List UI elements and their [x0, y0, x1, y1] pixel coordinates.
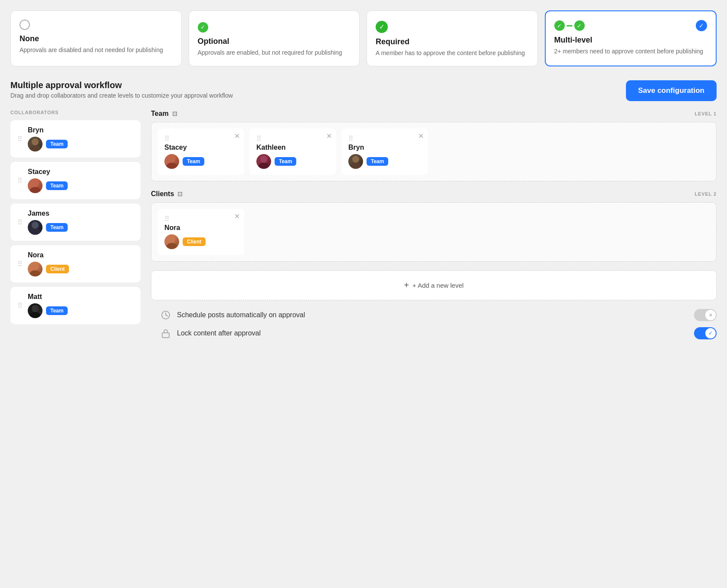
level-2-header: Clients ⊡ LEVEL 2 — [151, 190, 717, 198]
svg-point-17 — [167, 243, 177, 249]
schedule-toggle-knob: ✕ — [705, 310, 716, 320]
multilevel-icon: ✓ ✓ ✓ — [554, 20, 707, 31]
optional-title: Optional — [198, 37, 351, 46]
bottom-toggles: Schedule posts automatically on approval… — [151, 309, 717, 339]
add-new-level-button[interactable]: + + Add a new level — [151, 270, 717, 300]
svg-point-10 — [168, 156, 175, 163]
close-kathleen[interactable]: ✕ — [326, 133, 332, 140]
drag-handle-nora[interactable]: ⠿ — [17, 260, 23, 268]
svg-point-7 — [30, 270, 40, 276]
svg-point-9 — [30, 312, 40, 318]
section-header-text: Multiple approval workflow Drag and drop… — [10, 80, 233, 99]
none-icon — [20, 20, 173, 30]
multilevel-desc: 2+ members need to approve content befor… — [554, 47, 707, 56]
approval-card-optional[interactable]: ✓ Optional Approvals are enabled, but no… — [189, 10, 360, 66]
add-level-label: + Add a new level — [413, 282, 464, 289]
svg-point-4 — [32, 222, 39, 229]
clock-icon — [160, 309, 172, 321]
level-1-card-stacey[interactable]: ✕ ⠿ Stacey Team — [157, 128, 244, 175]
level-1-name: Team — [151, 110, 169, 118]
level-1-card-bryn[interactable]: ✕ ⠿ Bryn Team — [341, 128, 428, 175]
workflow-section: COLLABORATORS ⠿ Bryn Team ⠿ Stacey — [10, 110, 717, 339]
level-badge-kathleen: Team — [275, 157, 296, 166]
schedule-label: Schedule posts automatically on approval — [177, 311, 689, 319]
svg-point-14 — [352, 156, 359, 163]
schedule-toggle-switch[interactable]: ✕ — [694, 309, 717, 321]
svg-point-16 — [168, 236, 175, 243]
close-nora[interactable]: ✕ — [234, 213, 240, 220]
badge-nora: Client — [46, 265, 69, 273]
level-avatar-stacey — [164, 154, 179, 169]
level-1-group-name: Team ⊡ — [151, 110, 177, 118]
split-icon-level-1[interactable]: ⊡ — [172, 110, 177, 117]
lock-toggle-knob: ✓ — [705, 328, 716, 338]
optional-icon: ✓ — [198, 20, 351, 33]
section-header: Multiple approval workflow Drag and drop… — [10, 80, 717, 101]
toggles-section: Schedule posts automatically on approval… — [151, 309, 717, 339]
avatar-nora — [28, 262, 43, 276]
add-level-plus-icon: + — [404, 280, 409, 290]
drag-handle-level-kathleen[interactable]: ⠿ — [256, 135, 262, 143]
workflow-subtitle: Drag and drop collaborators and create l… — [10, 92, 233, 99]
level-badge-bryn: Team — [367, 157, 388, 166]
level-2-group-name: Clients ⊡ — [151, 190, 183, 198]
badge-stacey: Team — [46, 181, 68, 190]
drag-handle-james[interactable]: ⠿ — [17, 218, 23, 227]
svg-point-6 — [32, 263, 39, 270]
lock-label: Lock content after approval — [177, 329, 689, 337]
bryn-name: Bryn — [28, 126, 68, 134]
svg-point-5 — [30, 229, 40, 235]
drag-handle-matt[interactable]: ⠿ — [17, 302, 23, 310]
drag-handle-stacey[interactable]: ⠿ — [17, 177, 23, 185]
level-kathleen-name: Kathleen — [256, 144, 329, 151]
collaborators-column: COLLABORATORS ⠿ Bryn Team ⠿ Stacey — [10, 110, 141, 328]
collaborators-label: COLLABORATORS — [10, 110, 141, 115]
avatar-stacey — [28, 178, 43, 193]
svg-point-15 — [350, 163, 361, 169]
nora-name: Nora — [28, 251, 69, 259]
level-badge-nora: Client — [183, 237, 206, 246]
close-stacey[interactable]: ✕ — [234, 133, 240, 140]
required-desc: A member has to approve the content befo… — [376, 49, 529, 58]
drag-handle-level-bryn[interactable]: ⠿ — [348, 135, 354, 143]
collaborator-james[interactable]: ⠿ James Team — [10, 204, 141, 241]
level-2-card-nora[interactable]: ✕ ⠿ Nora Client — [157, 209, 244, 255]
save-config-button[interactable]: Save configuration — [626, 80, 717, 101]
collaborator-nora[interactable]: ⠿ Nora Client — [10, 245, 141, 283]
svg-point-3 — [30, 187, 40, 193]
workflow-title: Multiple approval workflow — [10, 80, 233, 90]
approval-card-none[interactable]: None Approvals are disabled and not need… — [10, 10, 182, 66]
approval-card-required[interactable]: ✓ Required A member has to approve the c… — [367, 10, 538, 66]
svg-point-0 — [32, 138, 39, 145]
level-badge-stacey: Team — [183, 157, 204, 166]
schedule-toggle-row: Schedule posts automatically on approval… — [160, 309, 717, 321]
optional-desc: Approvals are enabled, but not required … — [198, 49, 351, 57]
level-avatar-bryn — [348, 154, 363, 169]
lock-toggle-switch[interactable]: ✓ — [694, 327, 717, 339]
none-desc: Approvals are disabled and not needed fo… — [20, 46, 173, 55]
collaborator-matt[interactable]: ⠿ Matt Team — [10, 287, 141, 324]
drag-handle-level-stacey[interactable]: ⠿ — [164, 135, 170, 143]
avatar-bryn — [28, 137, 43, 151]
level-avatar-kathleen — [256, 154, 271, 169]
close-bryn[interactable]: ✕ — [418, 133, 424, 140]
level-2-section: Clients ⊡ LEVEL 2 ✕ ⠿ Nora — [151, 190, 717, 262]
multilevel-title: Multi-level — [554, 36, 707, 45]
split-icon-level-2[interactable]: ⊡ — [177, 191, 183, 197]
level-2-name: Clients — [151, 190, 174, 198]
level-1-section: Team ⊡ LEVEL 1 ✕ ⠿ Stacey — [151, 110, 717, 181]
svg-point-2 — [32, 180, 39, 187]
none-title: None — [20, 34, 173, 43]
level-avatar-nora — [164, 234, 179, 249]
approval-card-multilevel[interactable]: ✓ ✓ ✓ Multi-level 2+ members need to app… — [545, 10, 717, 66]
collaborator-bryn[interactable]: ⠿ Bryn Team — [10, 120, 141, 158]
level-1-header: Team ⊡ LEVEL 1 — [151, 110, 717, 118]
required-icon: ✓ — [376, 20, 529, 33]
collaborator-stacey[interactable]: ⠿ Stacey Team — [10, 162, 141, 199]
badge-matt: Team — [46, 306, 68, 315]
lock-icon — [160, 327, 172, 339]
svg-rect-21 — [162, 333, 169, 338]
drag-handle-bryn[interactable]: ⠿ — [17, 135, 23, 143]
drag-handle-level-nora[interactable]: ⠿ — [164, 215, 170, 223]
level-1-card-kathleen[interactable]: ✕ ⠿ Kathleen Team — [249, 128, 336, 175]
